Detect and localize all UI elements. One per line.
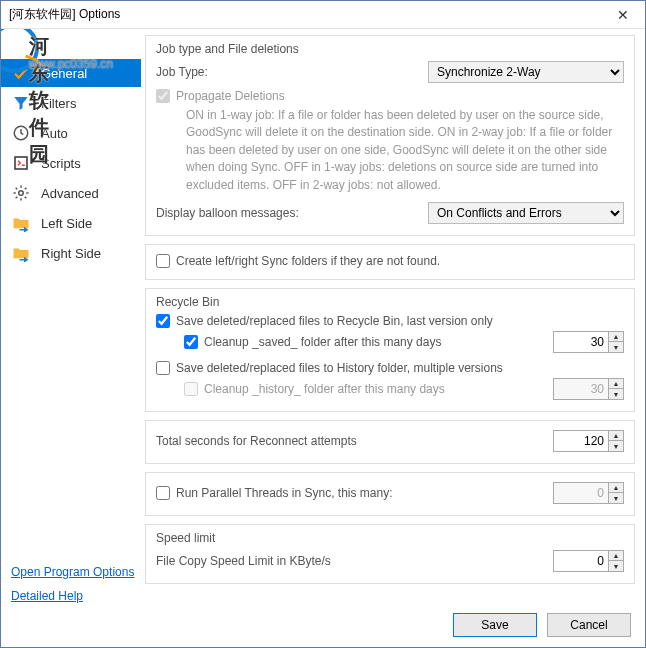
spin-up-icon: ▲	[609, 483, 623, 493]
cleanup-history-input	[554, 379, 608, 399]
propagate-label: Propagate Deletions	[176, 89, 285, 103]
speed-label: File Copy Speed Limit in KByte/s	[156, 554, 331, 568]
spin-up-icon[interactable]: ▲	[609, 551, 623, 561]
clock-icon	[11, 123, 31, 143]
speed-spinner[interactable]: ▲▼	[553, 550, 624, 572]
check-icon	[11, 63, 31, 83]
options-window: [河东软件园] Options ✕ 河东软件园 www.pc0359.cn Ge…	[0, 0, 646, 648]
group-jobtype: Job type and File deletions Job Type: Sy…	[145, 35, 635, 236]
cleanup-history-checkbox	[184, 382, 198, 396]
jobtype-label: Job Type:	[156, 65, 208, 79]
jobtype-select[interactable]: Synchronize 2-Way	[428, 61, 624, 83]
sidebar-item-label: Scripts	[41, 156, 81, 171]
cleanup-saved-label: Cleanup _saved_ folder after this many d…	[204, 335, 441, 349]
group-parallel: Run Parallel Threads in Sync, this many:…	[145, 472, 635, 516]
footer-links: Open Program Options Detailed Help	[11, 565, 134, 603]
funnel-icon	[11, 93, 31, 113]
spin-down-icon[interactable]: ▼	[609, 440, 623, 451]
group-title: Recycle Bin	[156, 295, 624, 309]
spin-up-icon: ▲	[609, 379, 623, 389]
sidebar-item-advanced[interactable]: Advanced	[1, 179, 141, 207]
cleanup-saved-input[interactable]	[554, 332, 608, 352]
cleanup-saved-spinner[interactable]: ▲▼	[553, 331, 624, 353]
spin-up-icon[interactable]: ▲	[609, 332, 623, 342]
script-icon	[11, 153, 31, 173]
spin-up-icon[interactable]: ▲	[609, 431, 623, 441]
history-save-checkbox[interactable]	[156, 361, 170, 375]
parallel-spinner: ▲▼	[553, 482, 624, 504]
parallel-checkbox[interactable]	[156, 486, 170, 500]
recycle-save-label: Save deleted/replaced files to Recycle B…	[176, 314, 493, 328]
sidebar: General Filters Auto Scripts	[1, 29, 141, 647]
sidebar-item-rightside[interactable]: Right Side	[1, 239, 141, 267]
speed-input[interactable]	[554, 551, 608, 571]
group-speed: Speed limit File Copy Speed Limit in KBy…	[145, 524, 635, 584]
spin-down-icon: ▼	[609, 388, 623, 399]
spin-down-icon[interactable]: ▼	[609, 560, 623, 571]
sidebar-item-leftside[interactable]: Left Side	[1, 209, 141, 237]
sidebar-item-auto[interactable]: Auto	[1, 119, 141, 147]
sidebar-item-filters[interactable]: Filters	[1, 89, 141, 117]
history-save-label: Save deleted/replaced files to History f…	[176, 361, 503, 375]
gear-icon	[11, 183, 31, 203]
createfolders-label: Create left/right Sync folders if they a…	[176, 254, 440, 268]
propagate-desc: ON in 1-way job: If a file or folder has…	[186, 107, 624, 194]
window-body: 河东软件园 www.pc0359.cn General Filters	[1, 29, 645, 647]
reconnect-spinner[interactable]: ▲▼	[553, 430, 624, 452]
folder-left-icon	[11, 213, 31, 233]
propagate-checkbox	[156, 89, 170, 103]
sidebar-item-label: Filters	[41, 96, 76, 111]
cleanup-saved-checkbox[interactable]	[184, 335, 198, 349]
content-pane: Job type and File deletions Job Type: Sy…	[141, 29, 645, 647]
group-recyclebin: Recycle Bin Save deleted/replaced files …	[145, 288, 635, 412]
open-program-options-link[interactable]: Open Program Options	[11, 565, 134, 579]
cleanup-history-spinner: ▲▼	[553, 378, 624, 400]
svg-point-2	[19, 191, 24, 196]
cancel-button[interactable]: Cancel	[547, 613, 631, 637]
display-label: Display balloon messages:	[156, 206, 299, 220]
window-title: [河东软件园] Options	[9, 6, 120, 23]
display-select[interactable]: On Conflicts and Errors	[428, 202, 624, 224]
reconnect-input[interactable]	[554, 431, 608, 451]
group-createfolders: Create left/right Sync folders if they a…	[145, 244, 635, 280]
button-bar: Save Cancel	[453, 613, 631, 637]
sidebar-item-scripts[interactable]: Scripts	[1, 149, 141, 177]
close-icon: ✕	[617, 7, 629, 23]
close-button[interactable]: ✕	[601, 1, 645, 29]
spin-down-icon[interactable]: ▼	[609, 341, 623, 352]
group-reconnect: Total seconds for Reconnect attempts ▲▼	[145, 420, 635, 464]
cleanup-history-label: Cleanup _history_ folder after this many…	[204, 382, 445, 396]
recycle-save-checkbox[interactable]	[156, 314, 170, 328]
titlebar: [河东软件园] Options ✕	[1, 1, 645, 29]
spin-down-icon: ▼	[609, 492, 623, 503]
parallel-label: Run Parallel Threads in Sync, this many:	[176, 486, 393, 500]
sidebar-item-label: Left Side	[41, 216, 92, 231]
group-title: Job type and File deletions	[156, 42, 624, 56]
sidebar-item-label: Advanced	[41, 186, 99, 201]
reconnect-label: Total seconds for Reconnect attempts	[156, 434, 357, 448]
group-title: Speed limit	[156, 531, 624, 545]
folder-right-icon	[11, 243, 31, 263]
sidebar-item-label: General	[41, 66, 87, 81]
sidebar-item-label: Right Side	[41, 246, 101, 261]
save-button[interactable]: Save	[453, 613, 537, 637]
sidebar-item-label: Auto	[41, 126, 68, 141]
sidebar-item-general[interactable]: General	[1, 59, 141, 87]
detailed-help-link[interactable]: Detailed Help	[11, 589, 134, 603]
createfolders-checkbox[interactable]	[156, 254, 170, 268]
parallel-input	[554, 483, 608, 503]
